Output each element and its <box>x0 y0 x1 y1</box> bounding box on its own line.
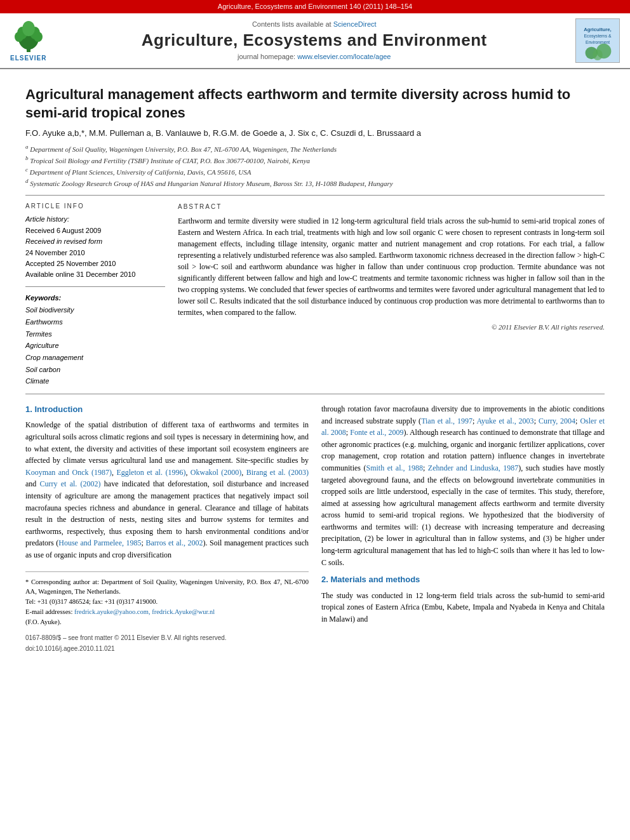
keywords-label: Keywords: <box>25 293 165 303</box>
keyword-4: Agriculture <box>25 340 165 352</box>
abstract-column: ABSTRACT Earthworm and termite diversity… <box>178 202 605 387</box>
ref-eggleton[interactable]: Eggleton et al. (1996) <box>116 468 185 477</box>
doi-text: doi:10.1016/j.agee.2010.11.021 <box>25 644 309 653</box>
svg-point-13 <box>593 50 603 60</box>
divider-1 <box>25 195 605 196</box>
keyword-7: Climate <box>25 375 165 387</box>
svg-point-5 <box>15 32 23 42</box>
svg-point-4 <box>22 21 35 36</box>
ref-kooyman[interactable]: Kooyman and Onck (1987) <box>25 468 112 477</box>
affiliation-c: c Department of Plant Sciences, Universi… <box>25 166 605 177</box>
article-info-header: ARTICLE INFO <box>25 202 165 211</box>
elsevier-logo: ELSEVIER <box>10 19 46 63</box>
journal-homepage-link[interactable]: www.elsevier.com/locate/agee <box>297 53 391 60</box>
elsevier-tree-icon <box>13 19 44 54</box>
ref-fonte[interactable]: Fonte et al., 2009 <box>350 428 403 437</box>
journal-header: ELSEVIER Contents lists available at Sci… <box>0 13 630 69</box>
footnotes-area: * Corresponding author at: Department of… <box>25 571 309 627</box>
ref-birang[interactable]: Birang et al. (2003) <box>246 468 309 477</box>
journal-ref-text: Agriculture, Ecosystems and Environment … <box>218 3 412 10</box>
footnote-tel: Tel: +31 (0)317 486524; fax: +31 (0)317 … <box>25 597 309 607</box>
ref-zehnder[interactable]: Zehnder and Linduska, 1987 <box>428 463 518 472</box>
ref-tian[interactable]: Tian et al., 1997 <box>421 417 473 425</box>
section2-paragraph: The study was conducted in 12 long-term … <box>321 590 605 625</box>
authors-line: F.O. Ayuke a,b,*, M.M. Pulleman a, B. Va… <box>25 128 605 139</box>
section1-title: 1. Introduction <box>25 403 309 416</box>
journal-title: Agriculture, Ecosystems and Environment <box>53 30 575 50</box>
main-content: Agricultural management affects earthwor… <box>0 69 630 666</box>
footnote-email-name: (F.O. Ayuke). <box>25 617 309 627</box>
ref-barros[interactable]: Barros et al., 2002 <box>145 538 203 547</box>
sciencedirect-link[interactable]: ScienceDirect <box>333 20 377 28</box>
body-two-column: 1. Introduction Knowledge of the spatial… <box>25 403 605 653</box>
affiliation-b: b Tropical Soil Biology and Fertility (T… <box>25 154 605 166</box>
body-left-column: 1. Introduction Knowledge of the spatial… <box>25 403 309 653</box>
journal-reference-bar: Agriculture, Ecosystems and Environment … <box>0 0 630 13</box>
elsevier-brand-text: ELSEVIER <box>10 54 46 63</box>
accepted-date: Accepted 25 November 2010 <box>25 259 165 269</box>
keyword-5: Crop management <box>25 352 165 364</box>
history-title: Article history: <box>25 215 165 224</box>
affiliations: a Department of Soil Quality, Wageningen… <box>25 143 605 189</box>
ref-smith[interactable]: Smith et al., 1988 <box>366 463 424 472</box>
abstract-text: Earthworm and termite diversity were stu… <box>178 215 605 318</box>
article-info-column: ARTICLE INFO Article history: Received 6… <box>25 202 165 387</box>
svg-text:Ecosystems &: Ecosystems & <box>584 34 612 39</box>
svg-point-6 <box>34 32 43 42</box>
article-history: Article history: Received 6 August 2009 … <box>25 215 165 279</box>
issn-text: 0167-8809/$ – see front matter © 2011 El… <box>25 633 227 643</box>
affiliation-a: a Department of Soil Quality, Wageningen… <box>25 143 605 154</box>
journal-homepage-line: journal homepage: www.elsevier.com/locat… <box>53 52 575 62</box>
aee-logo-graphic: Agriculture, Ecosystems & Environment <box>576 18 619 63</box>
abstract-header: ABSTRACT <box>178 202 605 211</box>
footnote-corresponding: * Corresponding author at: Department of… <box>25 577 309 597</box>
article-title: Agricultural management affects earthwor… <box>25 86 605 122</box>
footnote-email-link[interactable]: fredrick.ayuke@yahoo.com, fredrick.Ayuke… <box>74 608 215 615</box>
online-date: Available online 31 December 2010 <box>25 270 165 279</box>
ref-ayuke2003[interactable]: Ayuke et al., 2003 <box>477 417 534 425</box>
keyword-1: Soil biodiversity <box>25 304 165 316</box>
section1-right-paragraph: through rotation favor macrofauna divers… <box>321 403 605 568</box>
section1-paragraph: Knowledge of the spatial distribution of… <box>25 419 309 561</box>
keywords-list: Soil biodiversity Earthworms Termites Ag… <box>25 304 165 387</box>
svg-text:Agriculture,: Agriculture, <box>584 27 612 33</box>
ref-okwakol[interactable]: Okwakol (2000) <box>191 468 241 477</box>
divider-2 <box>25 394 605 394</box>
ref-house[interactable]: House and Parmelee, 1985 <box>58 538 141 547</box>
received-date: Received 6 August 2009 <box>25 226 165 236</box>
revised-label: Received in revised form <box>25 237 165 246</box>
divider-keywords <box>25 286 165 287</box>
ref-curry2004[interactable]: Curry, 2004 <box>539 417 575 425</box>
journal-logo-icon: Agriculture, Ecosystems & Environment <box>575 18 620 63</box>
contents-available-line: Contents lists available at ScienceDirec… <box>53 20 575 29</box>
body-right-column: through rotation favor macrofauna divers… <box>321 403 605 653</box>
copyright-line: © 2011 Elsevier B.V. All rights reserved… <box>178 322 605 333</box>
revised-date: 24 November 2010 <box>25 248 165 258</box>
footnote-email: E-mail addresses: fredrick.ayuke@yahoo.c… <box>25 607 309 617</box>
affiliation-d: d Systematic Zoology Research Group of H… <box>25 177 605 189</box>
keyword-3: Termites <box>25 328 165 340</box>
section2-title: 2. Materials and methods <box>321 573 605 586</box>
journal-header-center: Contents lists available at ScienceDirec… <box>53 20 575 62</box>
keyword-2: Earthworms <box>25 316 165 328</box>
keyword-6: Soil carbon <box>25 364 165 376</box>
article-info-abstract-section: ARTICLE INFO Article history: Received 6… <box>25 202 605 387</box>
footer-bar: 0167-8809/$ – see front matter © 2011 El… <box>25 633 309 643</box>
ref-curry[interactable]: Curry et al. (2002) <box>40 479 101 488</box>
svg-text:Environment: Environment <box>586 40 610 44</box>
